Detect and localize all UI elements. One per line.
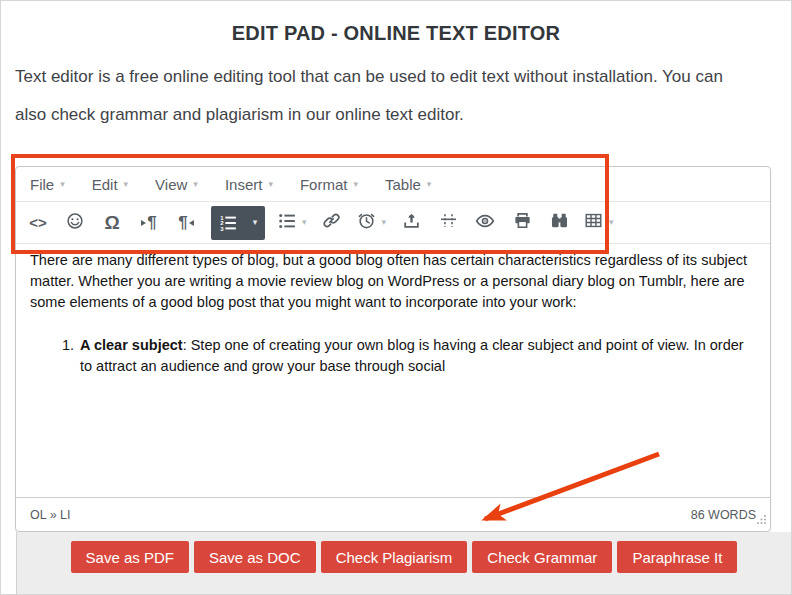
upload-icon (402, 211, 421, 234)
page-break-button[interactable] (436, 206, 460, 240)
emoticon-button[interactable] (63, 206, 87, 240)
find-replace-button[interactable] (547, 206, 571, 240)
content-paragraph: There are many different types of blog, … (30, 250, 756, 313)
page-title: EDIT PAD - ONLINE TEXT EDITOR (1, 22, 791, 45)
word-count: 86 WORDS (691, 508, 756, 522)
link-icon (322, 211, 341, 234)
table-button[interactable]: ▾ (584, 211, 614, 234)
status-bar: OL » LI 86 WORDS (16, 497, 770, 531)
ltr-paragraph-button[interactable]: ¶ (137, 206, 161, 240)
rtl-paragraph-button[interactable]: ¶ (174, 206, 198, 240)
eye-icon (475, 211, 495, 235)
chevron-down-icon: ▾ (609, 218, 614, 227)
timer-button[interactable]: ▾ (357, 211, 387, 234)
list-item: A clear subject: Step one of creating yo… (78, 335, 756, 377)
special-character-button[interactable]: Ω (100, 206, 124, 240)
chevron-down-icon: ▾ (427, 180, 432, 189)
source-code-button[interactable]: <> (26, 206, 50, 240)
printer-icon (513, 211, 532, 234)
menu-table[interactable]: Table ▾ (385, 176, 431, 193)
chevron-down-icon: ▾ (60, 180, 65, 189)
numbered-list-dropdown[interactable]: ▾ (245, 218, 265, 227)
element-path: OL » LI (30, 508, 71, 522)
page: EDIT PAD - ONLINE TEXT EDITOR Text edito… (0, 0, 792, 595)
chevron-down-icon: ▾ (193, 180, 198, 189)
link-button[interactable] (320, 206, 344, 240)
chevron-down-icon: ▾ (124, 180, 129, 189)
footer-panel: Save as PDF Save as DOC Check Plagiarism… (16, 532, 791, 594)
resize-grip[interactable] (756, 514, 767, 528)
editor-content-area[interactable]: There are many different types of blog, … (16, 244, 770, 497)
omega-icon: Ω (104, 212, 119, 234)
numbered-list-icon: 123 (211, 214, 245, 232)
svg-text:3: 3 (220, 225, 224, 231)
numbered-list-button-active[interactable]: 123 ▾ (211, 206, 265, 240)
menu-view-label: View (155, 176, 187, 193)
check-grammar-button[interactable]: Check Grammar (472, 541, 612, 573)
menu-file[interactable]: File ▾ (30, 176, 65, 193)
intro-line-2: also check grammar and plagiarism in our… (15, 96, 787, 134)
triangle-right-icon (141, 220, 146, 226)
menu-edit-label: Edit (92, 176, 118, 193)
bullet-list-button[interactable]: ▾ (278, 212, 307, 234)
save-as-doc-button[interactable]: Save as DOC (194, 541, 316, 573)
content-ordered-list: A clear subject: Step one of creating yo… (30, 335, 756, 377)
menu-bar: File ▾ Edit ▾ View ▾ Insert ▾ Format ▾ T… (16, 167, 770, 202)
chevron-down-icon: ▾ (302, 218, 307, 227)
bullet-list-icon (278, 212, 296, 234)
menu-edit[interactable]: Edit ▾ (92, 176, 128, 193)
pilcrow-icon: ¶ (178, 213, 187, 233)
menu-insert[interactable]: Insert ▾ (225, 176, 273, 193)
pilcrow-icon: ¶ (147, 213, 156, 233)
clock-icon (357, 211, 376, 234)
chevron-down-icon: ▾ (353, 180, 358, 189)
triangle-left-icon (189, 220, 194, 226)
list-item-bold-text: A clear subject (80, 337, 183, 353)
chevron-down-icon: ▾ (268, 180, 273, 189)
menu-format[interactable]: Format ▾ (300, 176, 358, 193)
chevron-down-icon: ▾ (253, 218, 258, 227)
check-plagiarism-button[interactable]: Check Plagiarism (321, 541, 468, 573)
action-button-row: Save as PDF Save as DOC Check Plagiarism… (17, 541, 791, 573)
save-as-pdf-button[interactable]: Save as PDF (71, 541, 189, 573)
page-break-icon (439, 211, 458, 234)
binoculars-icon (550, 211, 569, 234)
intro-text: Text editor is a free online editing too… (15, 58, 787, 134)
chevron-down-icon: ▾ (382, 218, 387, 227)
menu-insert-label: Insert (225, 176, 263, 193)
text-editor: File ▾ Edit ▾ View ▾ Insert ▾ Format ▾ T… (15, 166, 771, 532)
table-icon (584, 211, 603, 234)
source-code-icon: <> (29, 214, 47, 231)
intro-line-1: Text editor is a free online editing too… (15, 58, 787, 96)
menu-table-label: Table (385, 176, 421, 193)
paraphrase-it-button[interactable]: Paraphrase It (617, 541, 737, 573)
emoticon-icon (66, 212, 84, 234)
menu-view[interactable]: View ▾ (155, 176, 198, 193)
menu-format-label: Format (300, 176, 348, 193)
preview-button[interactable] (473, 206, 497, 240)
upload-button[interactable] (399, 206, 423, 240)
icon-toolbar: <> Ω ¶ ¶ 123 ▾ ▾ ▾ (16, 202, 770, 244)
print-button[interactable] (510, 206, 534, 240)
menu-file-label: File (30, 176, 54, 193)
